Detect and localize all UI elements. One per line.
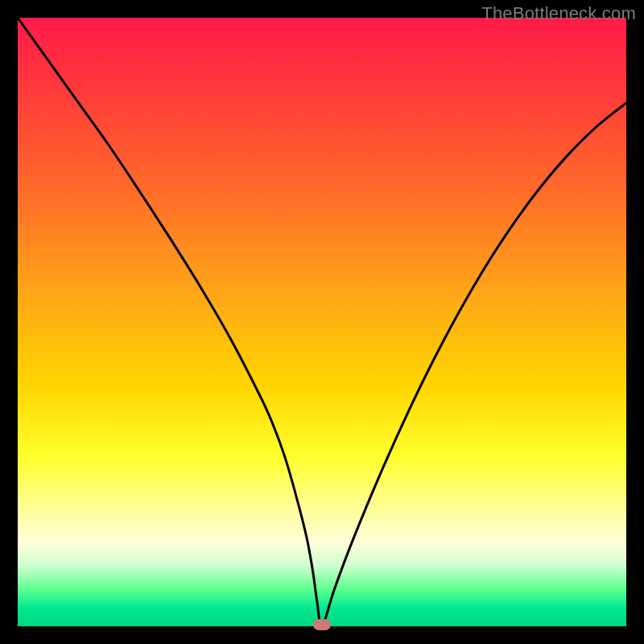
- bottleneck-curve: [18, 18, 626, 626]
- plot-area: [18, 18, 626, 626]
- minimum-marker: [313, 619, 331, 630]
- chart-frame: TheBottleneck.com: [0, 0, 644, 644]
- watermark-text: TheBottleneck.com: [481, 3, 636, 24]
